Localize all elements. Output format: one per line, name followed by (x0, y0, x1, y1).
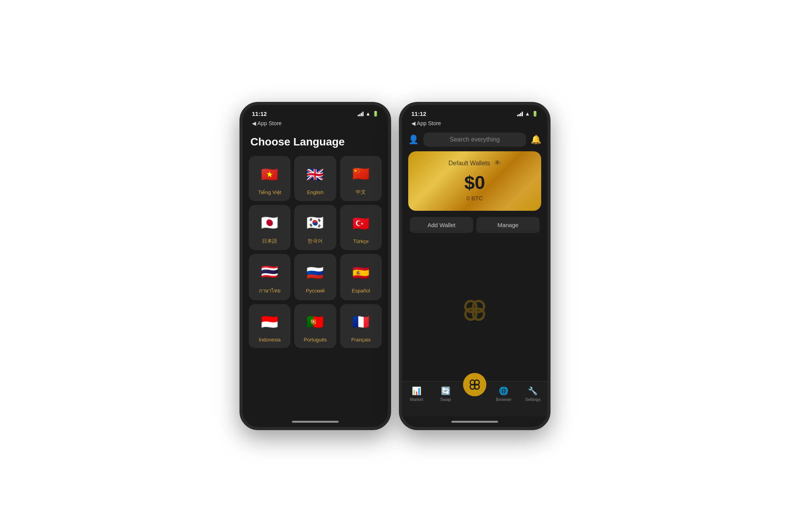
browser-icon: 🌐 (499, 386, 509, 396)
home-tab-button[interactable] (463, 373, 486, 396)
lang-name-russian: Русский (306, 288, 325, 294)
wallet-card-header: Default Wallets 👁 (418, 159, 532, 167)
top-bar: 👤 Search everything 🔔 (402, 130, 547, 151)
phone-wallet: 11:12 ▲ 🔋 ◀ App Store 👤 Search everythin… (399, 102, 551, 430)
status-icons-right: ▲ 🔋 (517, 111, 538, 117)
lang-name-japanese: 日本語 (262, 238, 277, 245)
flag-turkish: 🇹🇷 (350, 213, 372, 234)
swap-icon: 🔄 (441, 386, 451, 396)
swap-label: Swap (440, 397, 451, 402)
flag-thai: 🇹🇭 (259, 261, 281, 283)
tab-swap[interactable]: 🔄 Swap (431, 385, 460, 402)
tab-browser[interactable]: 🌐 Browser (489, 385, 518, 402)
lang-name-turkish: Türkçe (353, 238, 369, 244)
center-logo-icon (462, 298, 487, 323)
wallet-amount: $0 (418, 172, 532, 193)
lang-name-spanish: Español (352, 288, 370, 294)
battery-icon: 🔋 (372, 111, 379, 117)
flag-indonesian: 🇮🇩 (259, 311, 281, 333)
lang-item-portuguese[interactable]: 🇵🇹Português (294, 304, 336, 348)
lang-name-chinese: 中文 (356, 189, 366, 196)
flag-portuguese: 🇵🇹 (304, 311, 326, 333)
time-right: 11:12 (411, 110, 426, 117)
home-logo-icon (468, 378, 482, 392)
lang-name-thai: ภาษาไทย (259, 287, 281, 295)
lang-name-french: Français (351, 337, 371, 343)
wifi-icon-right: ▲ (525, 111, 530, 117)
wallet-btc: 0 BTC (418, 195, 532, 201)
wallet-card: Default Wallets 👁 $0 0 BTC (408, 151, 541, 211)
wallet-actions: Add Wallet Manage (408, 217, 541, 233)
market-label: Market (410, 397, 423, 402)
eye-icon[interactable]: 👁 (494, 159, 501, 167)
status-icons-left: ▲ 🔋 (358, 111, 379, 117)
lang-item-turkish[interactable]: 🇹🇷Türkçe (340, 205, 382, 250)
lang-item-french[interactable]: 🇫🇷Français (340, 304, 382, 348)
home-bar (292, 421, 339, 423)
lang-item-russian[interactable]: 🇷🇺Русский (294, 254, 336, 300)
profile-icon[interactable]: 👤 (408, 135, 419, 145)
home-indicator-right (402, 416, 547, 427)
lang-item-indonesian[interactable]: 🇮🇩Indonesia (249, 304, 290, 348)
home-indicator-left (243, 416, 388, 427)
wallet-label: Default Wallets (449, 160, 490, 167)
manage-button[interactable]: Manage (476, 217, 540, 233)
page-title: Choose Language (249, 136, 382, 148)
svg-point-3 (465, 309, 476, 320)
language-grid: 🇻🇳Tiếng Việt🇬🇧English🇨🇳中文🇯🇵日本語🇰🇷한국어🇹🇷Tür… (249, 156, 382, 348)
status-bar-right: 11:12 ▲ 🔋 (402, 105, 547, 119)
lang-item-japanese[interactable]: 🇯🇵日本語 (249, 205, 290, 250)
settings-label: Settings (525, 397, 541, 402)
flag-english: 🇬🇧 (304, 164, 326, 186)
lang-item-vietnamese[interactable]: 🇻🇳Tiếng Việt (249, 156, 290, 201)
browser-label: Browser (496, 397, 512, 402)
lang-item-chinese[interactable]: 🇨🇳中文 (340, 156, 382, 201)
flag-french: 🇫🇷 (350, 311, 372, 333)
signal-icon (358, 112, 364, 116)
phone-language-chooser: 11:12 ▲ 🔋 ◀ App Store Choose Language 🇻🇳… (239, 102, 391, 430)
search-bar[interactable]: Search everything (423, 133, 526, 147)
flag-chinese: 🇨🇳 (350, 163, 372, 185)
tab-home-center (460, 385, 489, 399)
wifi-icon: ▲ (365, 111, 371, 117)
tab-market[interactable]: 📊 Market (402, 385, 431, 402)
back-bar-left: ◀ App Store (243, 119, 388, 130)
home-bar-right (451, 421, 498, 423)
flag-russian: 🇷🇺 (304, 262, 326, 284)
wallet-content: 👤 Search everything 🔔 Default Wallets 👁 … (402, 130, 547, 381)
lang-item-english[interactable]: 🇬🇧English (294, 156, 336, 201)
language-content: Choose Language 🇻🇳Tiếng Việt🇬🇧English🇨🇳中… (243, 130, 388, 416)
wallet-main-area (402, 239, 547, 381)
settings-icon: 🔧 (528, 386, 538, 396)
flag-korean: 🇰🇷 (304, 212, 326, 234)
lang-name-indonesian: Indonesia (259, 337, 280, 343)
tab-settings[interactable]: 🔧 Settings (518, 385, 547, 402)
lang-item-spanish[interactable]: 🇪🇸Español (340, 254, 382, 300)
lang-item-thai[interactable]: 🇹🇭ภาษาไทย (249, 254, 290, 300)
add-wallet-button[interactable]: Add Wallet (410, 217, 473, 233)
flag-vietnamese: 🇻🇳 (259, 164, 281, 186)
lang-name-english: English (307, 189, 324, 195)
flag-japanese: 🇯🇵 (259, 212, 281, 234)
battery-icon-right: 🔋 (532, 111, 538, 117)
time-left: 11:12 (252, 110, 267, 117)
lang-item-korean[interactable]: 🇰🇷한국어 (294, 205, 336, 250)
lang-name-portuguese: Português (304, 337, 327, 343)
search-placeholder: Search everything (450, 136, 500, 143)
market-icon: 📊 (412, 386, 421, 396)
status-bar-left: 11:12 ▲ 🔋 (243, 105, 388, 119)
notification-icon[interactable]: 🔔 (531, 135, 541, 145)
flag-spanish: 🇪🇸 (350, 262, 372, 284)
tab-bar: 📊 Market 🔄 Swap 🌐 Browser 🔧 Set (402, 381, 547, 416)
signal-icon-right (517, 112, 523, 116)
lang-name-korean: 한국어 (308, 238, 323, 245)
back-bar-right: ◀ App Store (402, 119, 547, 130)
lang-name-vietnamese: Tiếng Việt (258, 189, 281, 195)
